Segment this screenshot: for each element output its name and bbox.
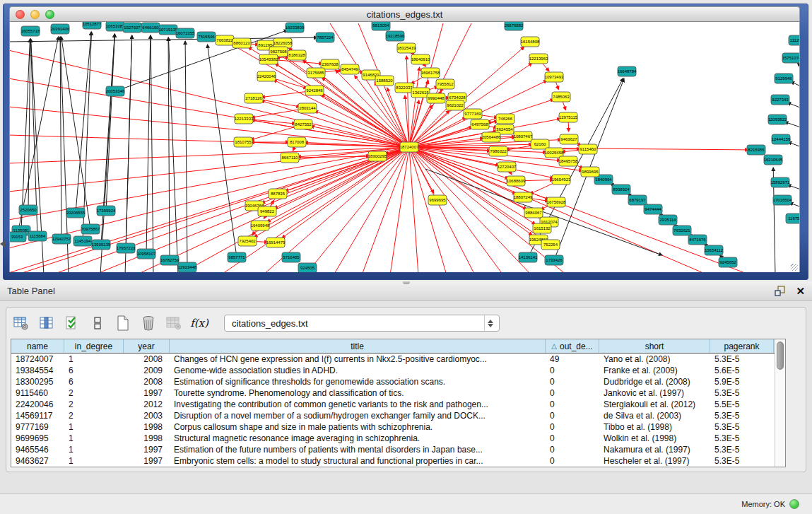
graph-node[interactable]: 8813054 xyxy=(372,22,390,30)
table-cell-name[interactable]: 18724007 xyxy=(11,354,64,365)
table-cell-title[interactable]: Investigating the contribution of common… xyxy=(170,399,546,410)
graph-node[interactable]: 924505 xyxy=(298,263,317,272)
graph-node[interactable]: 6879197 xyxy=(628,195,647,205)
graph-node[interactable]: 16961758 xyxy=(421,68,440,78)
table-cell-short[interactable]: Nakamura et al. (1997) xyxy=(599,444,710,455)
graph-node[interactable]: 15751074 xyxy=(782,53,800,63)
delete-table-button[interactable] xyxy=(163,313,184,333)
table-cell-name[interactable]: 9777169 xyxy=(11,421,64,433)
table-cell-in_degree[interactable]: 1 xyxy=(64,455,124,467)
graph-node[interactable]: 18495758 xyxy=(559,156,578,166)
graph-node[interactable]: 6497568 xyxy=(471,119,489,129)
graph-node[interactable]: 8322037 xyxy=(395,83,413,93)
graph-node[interactable]: 17957223 xyxy=(117,243,136,253)
graph-node[interactable]: 9699695 xyxy=(428,195,447,205)
graph-node[interactable]: 7955812 xyxy=(436,79,454,89)
graph-node[interactable]: 3175685 xyxy=(307,68,325,78)
graph-node[interactable]: 2803144 xyxy=(298,103,317,113)
graph-node[interactable]: 16033809 xyxy=(286,23,305,33)
graph-node[interactable]: 9621022 xyxy=(446,100,464,110)
table-cell-in_degree[interactable]: 1 xyxy=(64,421,124,433)
graph-node[interactable]: 17016504 xyxy=(773,195,792,205)
graph-node[interactable]: 16914479 xyxy=(266,238,286,247)
graph-node[interactable]: 15892971 xyxy=(771,177,790,187)
graph-node[interactable]: 16071355 xyxy=(176,28,195,38)
graph-node[interactable]: 10543382 xyxy=(259,54,278,64)
graph-node[interactable]: 12975115 xyxy=(559,112,578,122)
graph-node[interactable]: 7632621 xyxy=(673,226,691,235)
graph-node[interactable]: 18325419 xyxy=(397,43,416,53)
column-header-year[interactable]: year xyxy=(124,339,170,353)
graph-node[interactable]: 9227343 xyxy=(771,95,789,105)
graph-node[interactable]: 7515546 xyxy=(197,32,216,42)
table-row[interactable]: 1830029562008Estimation of significance … xyxy=(11,376,775,387)
graph-node[interactable]: 12942757 xyxy=(52,234,71,244)
table-cell-in_degree[interactable]: 1 xyxy=(64,433,124,444)
table-row[interactable]: 2242004622012Investigating the contribut… xyxy=(11,399,775,410)
table-cell-out_de[interactable]: 0 xyxy=(546,433,599,444)
table-cell-name[interactable]: 9115460 xyxy=(11,387,64,399)
graph-node[interactable]: 16782759 xyxy=(160,255,180,265)
graph-node[interactable]: 18640910 xyxy=(411,54,430,64)
table-cell-year[interactable]: 2008 xyxy=(124,354,170,365)
graph-node[interactable]: 18724007 xyxy=(400,142,419,152)
graph-node[interactable]: 26876882 xyxy=(505,22,524,30)
graph-node[interactable]: 7986322 xyxy=(489,146,507,156)
graph-node[interactable]: 6466160 xyxy=(141,23,160,33)
table-cell-short[interactable]: Tibbo et al. (1998) xyxy=(599,421,710,433)
table-cell-in_degree[interactable]: 2 xyxy=(64,399,124,410)
table-cell-title[interactable]: Genome-wide association studies in ADHD. xyxy=(170,365,546,376)
graph-node[interactable]: 8215955 xyxy=(747,145,765,155)
table-cell-short[interactable]: Wolkin et al. (1998) xyxy=(599,433,710,444)
column-header-pagerank[interactable]: pagerank xyxy=(710,339,774,353)
graph-node[interactable]: 1588520 xyxy=(375,76,394,86)
table-cell-title[interactable]: Embryonic stem cells: a model to study s… xyxy=(170,455,546,467)
table-row[interactable]: 969969511998Structural magnetic resonanc… xyxy=(11,433,775,444)
graph-node[interactable]: 12444159 xyxy=(772,134,791,144)
graph-node[interactable]: 8938924 xyxy=(612,185,630,194)
select-rows-button[interactable] xyxy=(61,313,83,333)
table-cell-short[interactable]: Yano et al. (2008) xyxy=(599,354,710,365)
close-panel-icon[interactable]: ✕ xyxy=(796,286,805,297)
resize-grip[interactable] xyxy=(791,264,798,271)
splitter-handle[interactable] xyxy=(403,281,410,284)
window-titlebar[interactable]: citations_edges.txt xyxy=(9,6,800,22)
graph-node[interactable]: 817008 xyxy=(288,137,306,147)
graph-node[interactable]: 1115684 xyxy=(28,231,47,241)
graph-node[interactable]: 7925402 xyxy=(238,236,257,246)
table-cell-name[interactable]: 14569117 xyxy=(11,410,64,421)
graph-node[interactable]: 9242848 xyxy=(305,86,324,95)
graph-node[interactable]: 1112954 xyxy=(789,35,800,45)
table-cell-in_degree[interactable]: 6 xyxy=(64,376,124,387)
network-canvas[interactable]: 1605571820391406105128771065338715276076… xyxy=(9,22,800,272)
graph-node[interactable]: 7485063 xyxy=(552,92,570,102)
graph-node[interactable]: 12213963 xyxy=(529,54,548,64)
table-cell-in_degree[interactable]: 1 xyxy=(64,354,124,365)
table-cell-short[interactable]: Dudbridge et al. (2008) xyxy=(599,376,710,387)
table-cell-pagerank[interactable]: 5.9E-5 xyxy=(710,376,774,387)
graph-node[interactable]: 9463627 xyxy=(560,134,578,144)
column-header-in_degree[interactable]: in_degree xyxy=(64,339,124,353)
float-window-icon[interactable] xyxy=(775,286,786,297)
graph-node[interactable]: 8860123 xyxy=(233,38,251,48)
graph-node[interactable]: 7663822 xyxy=(216,35,234,45)
graph-node[interactable]: 2935114 xyxy=(659,215,677,225)
close-window-icon[interactable] xyxy=(16,10,25,19)
table-row[interactable]: 1456911722003Disruption of a novel membe… xyxy=(11,410,775,421)
graph-node[interactable]: 13505135 xyxy=(92,240,111,250)
graph-node[interactable]: 8186328 xyxy=(288,50,306,60)
table-mode-button[interactable] xyxy=(87,313,108,333)
graph-node[interactable]: 39153 xyxy=(10,232,26,242)
graph-node[interactable]: 9857771 xyxy=(228,252,246,262)
graph-node[interactable]: 10973493 xyxy=(545,72,564,82)
table-cell-name[interactable]: 22420046 xyxy=(11,399,64,410)
table-cell-out_de[interactable]: 0 xyxy=(546,387,599,399)
graph-node[interactable]: 16210645 xyxy=(764,155,783,165)
table-cell-pagerank[interactable]: 5.5E-5 xyxy=(710,399,774,410)
table-cell-name[interactable]: 19384554 xyxy=(11,365,64,376)
table-cell-out_de[interactable]: 0 xyxy=(546,444,599,455)
table-cell-pagerank[interactable]: 5.3E-5 xyxy=(710,455,774,467)
table-cell-title[interactable]: Structural magnetic resonance image aver… xyxy=(170,433,546,444)
table-cell-in_degree[interactable]: 2 xyxy=(64,410,124,421)
table-cell-name[interactable]: 9699695 xyxy=(11,433,64,444)
